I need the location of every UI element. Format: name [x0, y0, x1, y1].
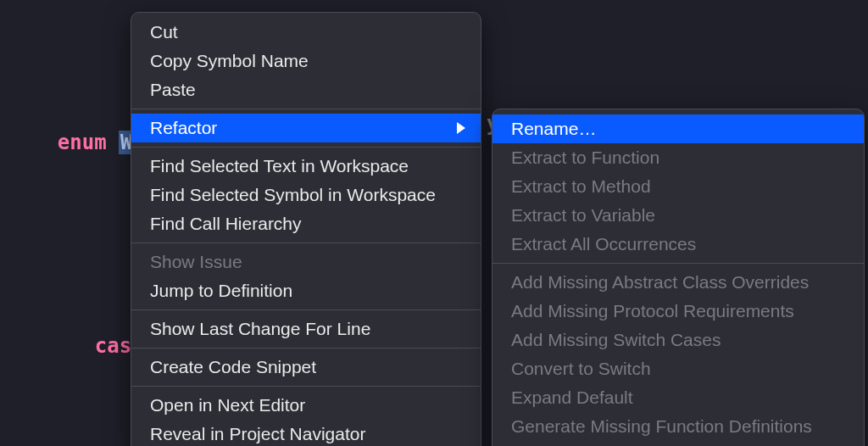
menu-item-convert-to-switch: Convert to Switch — [492, 354, 864, 383]
menu-item-label: Refactor — [150, 118, 217, 137]
menu-item-copy-symbol-name[interactable]: Copy Symbol Name — [131, 47, 481, 75]
menu-item-expand-default: Expand Default — [492, 383, 864, 412]
menu-separator — [131, 109, 481, 109]
menu-item-jump-to-definition[interactable]: Jump to Definition — [131, 276, 481, 305]
menu-item-extract-to-function: Extract to Function — [492, 143, 864, 172]
menu-item-open-in-next-editor[interactable]: Open in Next Editor — [131, 391, 481, 420]
menu-item-extract-all-occurrences: Extract All Occurrences — [492, 230, 864, 259]
menu-item-find-call-hierarchy[interactable]: Find Call Hierarchy — [131, 209, 481, 238]
keyword-enum: enum — [58, 131, 107, 154]
menu-item-rename[interactable]: Rename… — [492, 114, 864, 143]
menu-separator — [131, 309, 481, 310]
menu-separator — [131, 147, 481, 148]
menu-item-wrap-nslocalizedstring: Wrap in NSLocalizedString — [492, 441, 864, 446]
menu-item-find-selected-symbol[interactable]: Find Selected Symbol in Workspace — [131, 181, 481, 209]
menu-item-find-selected-text[interactable]: Find Selected Text in Workspace — [131, 152, 481, 181]
menu-item-show-issue: Show Issue — [131, 248, 481, 276]
menu-item-refactor[interactable]: Refactor — [131, 114, 481, 142]
menu-item-paste[interactable]: Paste — [131, 75, 481, 104]
menu-item-generate-missing-functions: Generate Missing Function Definitions — [492, 412, 864, 441]
menu-item-extract-to-variable: Extract to Variable — [492, 201, 864, 230]
menu-separator — [131, 243, 481, 243]
menu-item-cut[interactable]: Cut — [131, 18, 481, 47]
menu-item-create-code-snippet[interactable]: Create Code Snippet — [131, 353, 481, 382]
menu-separator — [131, 348, 481, 348]
menu-item-add-missing-protocol: Add Missing Protocol Requirements — [492, 297, 864, 326]
menu-item-add-missing-abstract: Add Missing Abstract Class Overrides — [492, 268, 864, 297]
menu-item-reveal-in-project-navigator[interactable]: Reveal in Project Navigator — [131, 420, 481, 446]
refactor-submenu[interactable]: Rename… Extract to Function Extract to M… — [492, 109, 865, 446]
menu-item-show-last-change[interactable]: Show Last Change For Line — [131, 315, 481, 343]
menu-separator — [492, 263, 864, 264]
menu-item-add-missing-switch: Add Missing Switch Cases — [492, 326, 864, 354]
submenu-arrow-icon — [457, 122, 465, 134]
menu-item-extract-to-method: Extract to Method — [492, 172, 864, 201]
context-menu[interactable]: Cut Copy Symbol Name Paste Refactor Find… — [131, 12, 481, 446]
menu-separator — [131, 386, 481, 387]
